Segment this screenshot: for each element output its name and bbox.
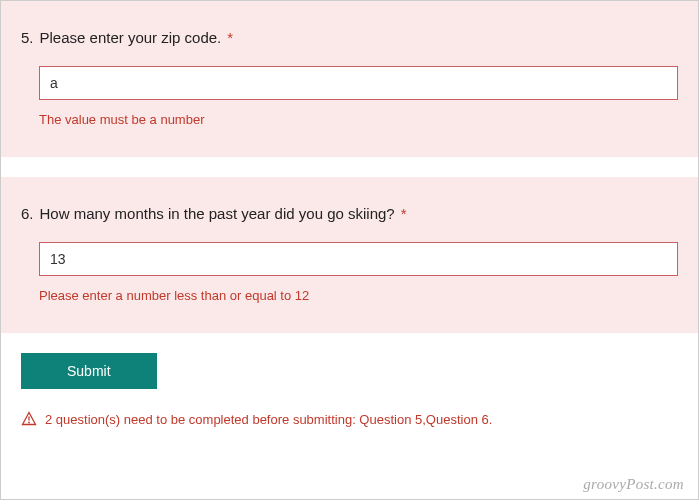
zip-code-input[interactable] [39,66,678,100]
question-number: 6. [21,205,34,222]
question-label: 5. Please enter your zip code. * [21,29,678,46]
form-error-summary: 2 question(s) need to be completed befor… [1,411,698,427]
question-block-5: 5. Please enter your zip code. * The val… [1,1,698,157]
skiing-months-input[interactable] [39,242,678,276]
warning-icon [21,411,37,427]
question-number: 5. [21,29,34,46]
question-text: Please enter your zip code. [40,29,222,46]
field-error-message: The value must be a number [39,112,678,127]
question-text: How many months in the past year did you… [40,205,395,222]
question-label: 6. How many months in the past year did … [21,205,678,222]
form-error-text: 2 question(s) need to be completed befor… [45,412,492,427]
required-marker: * [227,29,233,46]
field-error-message: Please enter a number less than or equal… [39,288,678,303]
svg-point-1 [28,422,30,424]
submit-button[interactable]: Submit [21,353,157,389]
question-block-6: 6. How many months in the past year did … [1,177,698,333]
required-marker: * [401,205,407,222]
submit-area: Submit [1,353,698,389]
watermark: groovyPost.com [583,476,684,493]
